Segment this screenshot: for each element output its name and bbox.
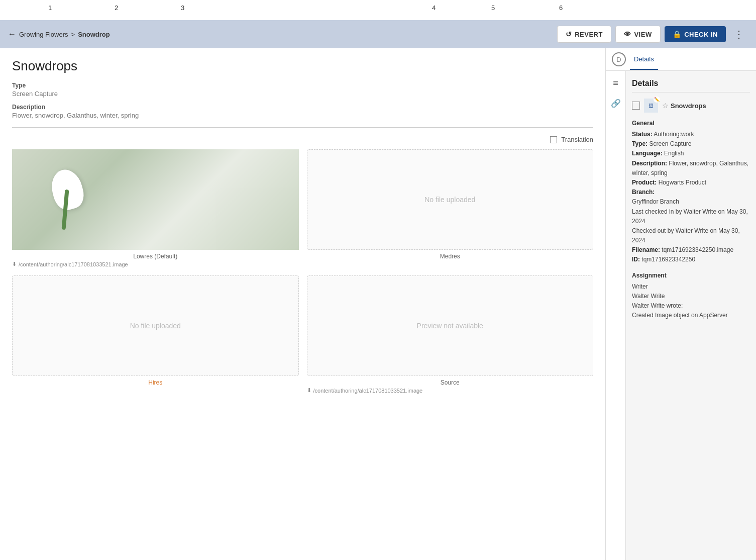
medres-caption: Medres <box>307 253 594 260</box>
sidebar-icon-strip: ≡ 🔗 <box>606 71 626 560</box>
sidebar-icon-layers[interactable]: ≡ <box>608 75 624 91</box>
header: ← Growing Flowers > Snowdrop ↺ REVERT 👁 … <box>0 20 756 48</box>
assignment-name: Walter Write <box>632 292 750 301</box>
asset-title: Snowdrops <box>671 102 706 110</box>
assignment-role: Writer <box>632 282 750 292</box>
description-field-group: Description Flower, snowdrop, Galanthus,… <box>12 104 593 119</box>
assignment-section-title: Assignment <box>632 272 750 279</box>
description-label: Description <box>12 104 593 111</box>
header-actions: ↺ REVERT 👁 VIEW 🔒 CHECK IN ⋮ <box>557 26 748 43</box>
medres-empty-text: No file uploaded <box>424 196 475 204</box>
translation-row: Translation <box>12 136 593 143</box>
asset-name-star: ☆ Snowdrops <box>662 102 706 110</box>
details-panel-title: Details <box>632 79 750 92</box>
checkin-button[interactable]: 🔒 CHECK IN <box>665 26 726 42</box>
hires-image-slot: No file uploaded <box>12 275 299 376</box>
detail-last-checked-in: Last checked in by Walter Write on May 3… <box>632 207 750 226</box>
lowres-slot-wrapper: Lowres (Default) ⬇ /content/authoring/al… <box>12 149 299 267</box>
lowres-caption: Lowres (Default) <box>12 253 299 260</box>
breadcrumb-separator: > <box>71 31 75 38</box>
sidebar-tabs: D Details <box>606 48 756 71</box>
breadcrumb-parent[interactable]: Growing Flowers <box>19 31 68 38</box>
download-icon[interactable]: ⬇ <box>12 261 17 267</box>
asset-checkbox[interactable] <box>632 102 640 110</box>
lock-icon: 🔒 <box>673 30 682 38</box>
type-field-group: Type Screen Capture <box>12 82 593 98</box>
snowdrop-image <box>12 149 299 250</box>
assignment-note: Walter Write wrote: <box>632 301 750 311</box>
detail-id: ID: tqm1716923342250 <box>632 255 750 264</box>
annotation-6: 6 <box>559 4 563 12</box>
revert-icon: ↺ <box>566 30 572 38</box>
annotation-4: 4 <box>432 4 436 12</box>
type-value: Screen Capture <box>12 90 593 98</box>
assignment-action: Created Image object on AppServer <box>632 311 750 320</box>
asset-thumbnail: 🖼 ✏️ <box>644 99 658 113</box>
asset-header: 🖼 ✏️ ☆ Snowdrops <box>632 99 750 113</box>
details-panel: Details 🖼 ✏️ ☆ Snowdrops General <box>626 71 756 560</box>
sidebar-content-layout: ≡ 🔗 Details 🖼 ✏️ ☆ Snowdrops <box>606 71 756 560</box>
medres-slot-wrapper: No file uploaded Medres <box>307 149 594 267</box>
translation-label: Translation <box>561 136 593 143</box>
content-area: Snowdrops Type Screen Capture Descriptio… <box>0 48 605 560</box>
back-arrow-icon[interactable]: ← <box>8 30 16 39</box>
hires-caption: Hires <box>12 379 299 386</box>
detail-status: Status: Authoring:work <box>632 130 750 139</box>
detail-checked-out: Checked out by Walter Write on May 30, 2… <box>632 226 750 245</box>
description-value: Flower, snowdrop, Galanthus, winter, spr… <box>12 112 593 119</box>
detail-language: Language: English <box>632 149 750 158</box>
detail-type: Type: Screen Capture <box>632 139 750 149</box>
details-tab[interactable]: Details <box>630 49 658 70</box>
sidebar-icon-link[interactable]: 🔗 <box>608 95 624 111</box>
source-path: ⬇ /content/authoring/alc1717081033521.im… <box>307 387 594 394</box>
type-label: Type <box>12 82 593 89</box>
source-empty-text: Preview not available <box>417 322 483 330</box>
page-title: Snowdrops <box>12 58 593 74</box>
annotation-5: 5 <box>491 4 495 12</box>
lowres-path: ⬇ /content/authoring/alc1717081033521.im… <box>12 261 299 267</box>
main-layout: Snowdrops Type Screen Capture Descriptio… <box>0 48 756 560</box>
detail-branch-label: Branch: <box>632 188 750 197</box>
annotation-3: 3 <box>181 4 184 12</box>
source-download-icon[interactable]: ⬇ <box>307 387 311 394</box>
breadcrumb-current: Snowdrop <box>78 31 110 38</box>
assignment-section: Assignment Writer Walter Write Walter Wr… <box>632 272 750 321</box>
right-sidebar: D Details ≡ 🔗 Details 🖼 ✏️ <box>605 48 756 560</box>
medres-image-slot: No file uploaded <box>307 149 594 250</box>
detail-product: Product: Hogwarts Product <box>632 178 750 188</box>
view-button[interactable]: 👁 VIEW <box>615 26 661 43</box>
source-image-slot: Preview not available <box>307 275 594 376</box>
hires-empty-text: No file uploaded <box>130 322 181 330</box>
eye-icon: 👁 <box>624 30 631 38</box>
revert-button[interactable]: ↺ REVERT <box>557 26 611 43</box>
detail-branch-value: Gryffindor Branch <box>632 197 750 207</box>
detail-filename: Filename: tqm1716923342250.image <box>632 245 750 255</box>
detail-description: Description: Flower, snowdrop, Galanthus… <box>632 159 750 178</box>
annotation-2: 2 <box>115 4 118 12</box>
translation-checkbox[interactable] <box>550 136 557 143</box>
lowres-image-slot <box>12 149 299 250</box>
general-section-title: General <box>632 120 750 127</box>
image-grid: Lowres (Default) ⬇ /content/authoring/al… <box>12 149 593 394</box>
annotation-1: 1 <box>48 4 52 12</box>
star-icon[interactable]: ☆ <box>662 102 669 110</box>
asset-badge: ✏️ <box>654 97 660 103</box>
source-slot-wrapper: Preview not available Source ⬇ /content/… <box>307 275 594 394</box>
sidebar-tab-d[interactable]: D <box>612 52 626 66</box>
more-options-button[interactable]: ⋮ <box>730 26 748 42</box>
divider <box>12 127 593 128</box>
hires-slot-wrapper: No file uploaded Hires <box>12 275 299 394</box>
breadcrumb: ← Growing Flowers > Snowdrop <box>8 30 110 39</box>
general-section: General Status: Authoring:work Type: Scr… <box>632 120 750 265</box>
source-caption: Source <box>307 379 594 386</box>
